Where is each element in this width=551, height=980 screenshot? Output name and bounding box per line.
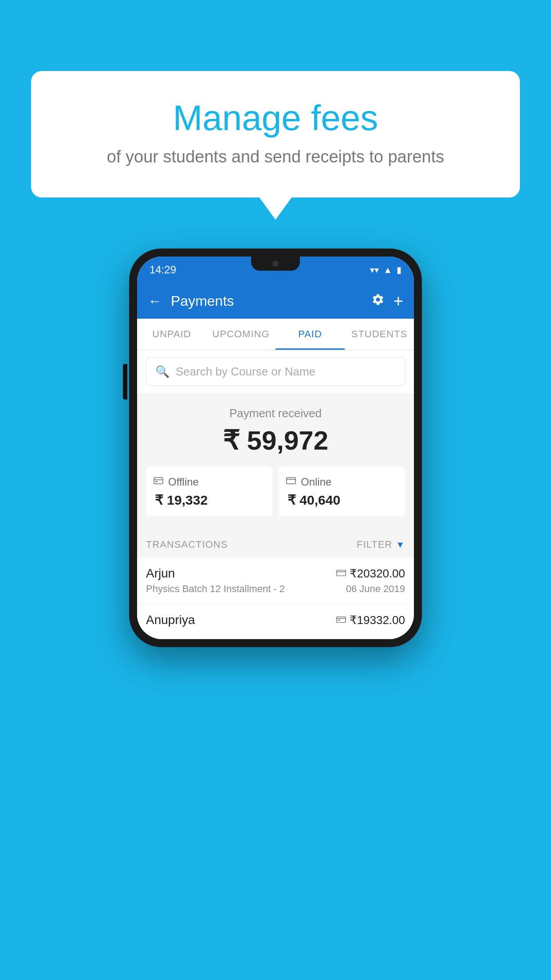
- back-button[interactable]: ←: [148, 293, 162, 309]
- transaction-name-anupriya: Anupriya: [146, 613, 195, 627]
- payment-total-amount: ₹ 59,972: [146, 425, 405, 456]
- speech-bubble-container: Manage fees of your students and send re…: [31, 71, 520, 198]
- app-bar: ← Payments +: [137, 283, 414, 319]
- wifi-icon: ▾▾: [370, 265, 379, 275]
- svg-rect-0: [154, 478, 163, 484]
- speech-bubble-title: Manage fees: [58, 98, 493, 138]
- payment-summary: Payment received ₹ 59,972: [137, 393, 414, 530]
- offline-amount: ₹ 19,332: [155, 492, 265, 508]
- svg-rect-2: [155, 481, 157, 482]
- transaction-row-anupriya[interactable]: Anupriya ₹19332.00: [137, 604, 414, 639]
- offline-card: Offline ₹ 19,332: [146, 466, 272, 517]
- svg-rect-5: [336, 570, 345, 576]
- transaction-name-arjun: Arjun: [146, 566, 175, 581]
- speech-bubble: Manage fees of your students and send re…: [31, 71, 520, 198]
- notch: [251, 257, 300, 271]
- search-placeholder: Search by Course or Name: [176, 365, 315, 379]
- payment-received-label: Payment received: [146, 407, 405, 420]
- svg-rect-3: [287, 478, 295, 484]
- camera: [272, 261, 279, 267]
- filter-label: FILTER: [357, 539, 392, 550]
- transaction-type-icon-anupriya: [336, 614, 346, 626]
- app-bar-actions: +: [371, 292, 403, 311]
- tab-upcoming[interactable]: UPCOMING: [206, 319, 276, 350]
- search-icon: 🔍: [155, 365, 169, 379]
- signal-icon: ▲: [383, 265, 392, 275]
- transaction-row-arjun[interactable]: Arjun ₹20320.00 Physics: [137, 557, 414, 604]
- payment-cards: Offline ₹ 19,332: [146, 466, 405, 517]
- status-time: 14:29: [150, 264, 176, 276]
- tab-unpaid[interactable]: UNPAID: [137, 319, 206, 350]
- transaction-type-icon-arjun: [336, 568, 346, 579]
- filter-icon: ▼: [396, 540, 405, 550]
- online-icon: [286, 475, 296, 489]
- app-bar-title: Payments: [171, 293, 362, 309]
- offline-label: Offline: [168, 476, 199, 488]
- tab-paid[interactable]: PAID: [276, 319, 345, 350]
- online-amount: ₹ 40,640: [287, 492, 398, 508]
- svg-rect-9: [338, 620, 340, 620]
- transaction-date-arjun: 06 June 2019: [346, 583, 405, 595]
- speech-bubble-subtitle: of your students and send receipts to pa…: [58, 147, 493, 166]
- offline-icon: [153, 475, 164, 489]
- online-card: Online ₹ 40,640: [279, 466, 405, 517]
- transaction-amount-container-anupriya: ₹19332.00: [336, 613, 405, 627]
- transaction-course-arjun: Physics Batch 12 Installment - 2: [146, 583, 285, 595]
- phone-device: 14:29 ▾▾ ▲ ▮ ← Payments: [129, 249, 422, 647]
- transaction-amount-anupriya: ₹19332.00: [350, 613, 405, 627]
- filter-button[interactable]: FILTER ▼: [357, 539, 405, 550]
- search-box[interactable]: 🔍 Search by Course or Name: [146, 357, 405, 386]
- tab-students[interactable]: STUDENTS: [345, 319, 414, 350]
- search-container: 🔍 Search by Course or Name: [137, 350, 414, 393]
- transactions-header: TRANSACTIONS FILTER ▼: [137, 530, 414, 557]
- transactions-label: TRANSACTIONS: [146, 539, 228, 550]
- tabs: UNPAID UPCOMING PAID STUDENTS: [137, 319, 414, 350]
- settings-icon[interactable]: [371, 293, 385, 309]
- battery-icon: ▮: [397, 265, 401, 275]
- add-button[interactable]: +: [394, 292, 403, 311]
- online-label: Online: [301, 476, 331, 488]
- transaction-amount-arjun: ₹20320.00: [350, 567, 405, 581]
- transaction-amount-container-arjun: ₹20320.00: [336, 567, 405, 581]
- status-icons: ▾▾ ▲ ▮: [370, 265, 401, 275]
